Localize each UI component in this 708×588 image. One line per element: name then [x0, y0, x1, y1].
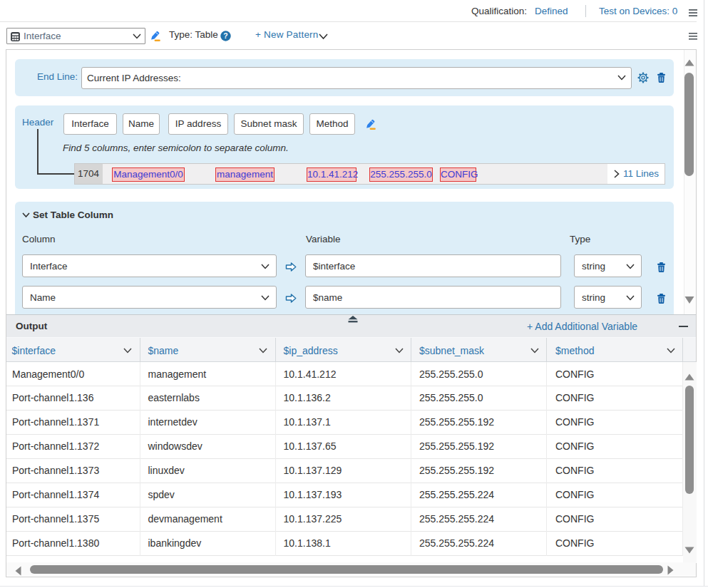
svg-text:?: ? — [223, 31, 227, 40]
